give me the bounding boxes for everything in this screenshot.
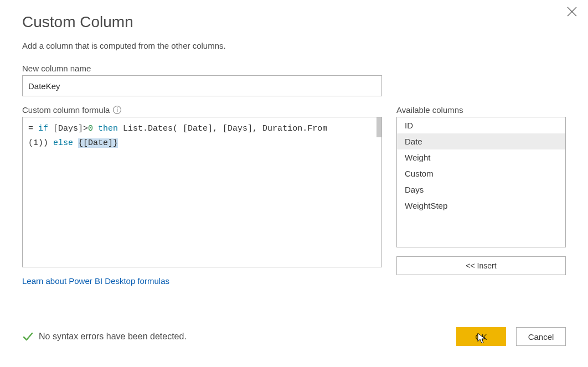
- dialog-subtitle: Add a column that is computed from the o…: [22, 41, 566, 50]
- formula-token: =: [28, 124, 38, 133]
- ok-button[interactable]: OK: [456, 327, 506, 346]
- status-text: No syntax errors have been detected.: [39, 332, 187, 342]
- check-icon: [22, 331, 33, 342]
- cancel-button[interactable]: Cancel: [516, 327, 566, 346]
- formula-label-text: Custom column formula: [22, 105, 110, 115]
- available-column-item[interactable]: WeightStep: [397, 198, 565, 214]
- formula-token: (1)): [28, 138, 53, 148]
- formula-token: [Days]>: [48, 124, 88, 133]
- formula-token-then: then: [93, 124, 123, 133]
- formula-selection-highlight: {[Date]}: [78, 138, 118, 148]
- available-columns-label: Available columns: [396, 105, 566, 115]
- formula-token: List.Dates( [Date], [Days], Duration.Fro…: [123, 124, 327, 133]
- status-block: No syntax errors have been detected.: [22, 331, 187, 342]
- ok-button-label: OK: [475, 332, 487, 342]
- available-column-item[interactable]: ID: [397, 117, 565, 133]
- dialog-title: Custom Column: [22, 13, 566, 31]
- insert-button[interactable]: << Insert: [396, 256, 566, 275]
- available-column-item[interactable]: Date: [397, 133, 565, 149]
- formula-token-else: else: [53, 138, 73, 148]
- formula-token-if: if: [38, 124, 48, 133]
- available-column-item[interactable]: Weight: [397, 149, 565, 166]
- available-columns-label-text: Available columns: [396, 105, 463, 115]
- scrollbar-thumb[interactable]: [376, 117, 381, 137]
- formula-token: 0: [88, 124, 93, 133]
- close-icon: [567, 4, 577, 19]
- info-icon[interactable]: i: [113, 106, 121, 114]
- learn-link[interactable]: Learn about Power BI Desktop formulas: [22, 276, 169, 286]
- available-column-item[interactable]: Days: [397, 182, 565, 198]
- column-name-input[interactable]: [22, 75, 382, 96]
- formula-editor[interactable]: = if [Days]>0 then List.Dates( [Date], […: [22, 117, 382, 267]
- available-columns-list[interactable]: IDDateWeightCustomDaysWeightStep: [396, 117, 566, 247]
- column-name-label: New column name: [22, 64, 566, 73]
- formula-token: [73, 138, 78, 148]
- available-column-item[interactable]: Custom: [397, 166, 565, 182]
- column-name-label-text: New column name: [22, 64, 91, 73]
- formula-label: Custom column formula i: [22, 105, 382, 115]
- close-button[interactable]: [567, 6, 577, 19]
